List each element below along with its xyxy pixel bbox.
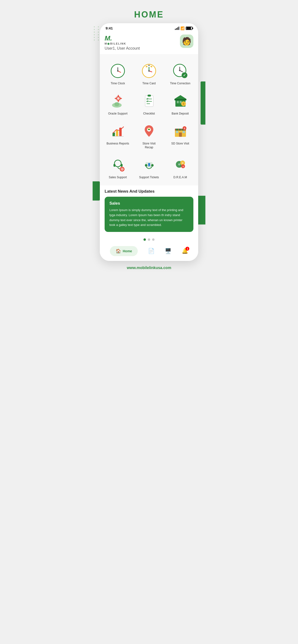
svg-rect-43 — [175, 129, 176, 130]
dot-3[interactable] — [152, 238, 155, 241]
svg-point-7 — [148, 70, 150, 72]
grid-item-time-correction[interactable]: ✓ Time Correction — [165, 59, 196, 89]
grid-item-sales-support[interactable]: ⚙ Sales Support — [102, 153, 133, 183]
dot-decoration — [98, 40, 99, 40]
page-title: HOME — [93, 5, 205, 23]
news-card-text: Lorem Ipsum is simply dummy text of the … — [109, 208, 189, 228]
sales-support-label: Sales Support — [109, 176, 127, 180]
dot-2[interactable] — [148, 238, 150, 241]
svg-rect-54 — [121, 164, 123, 167]
nav-documents[interactable]: 📄 — [148, 248, 155, 254]
dot-decoration — [98, 29, 99, 30]
bottom-nav: 🏠 Home 📄 🖥️ 🔔 1 — [100, 244, 198, 261]
green-bar-right — [201, 82, 205, 124]
user-bold: User1, — [105, 46, 116, 50]
nav-notifications[interactable]: 🔔 1 — [182, 248, 188, 254]
dream-label: D.R.E.A.M — [174, 176, 187, 180]
svg-point-64 — [152, 164, 154, 166]
dot-decoration — [98, 32, 99, 32]
svg-rect-49 — [183, 131, 185, 133]
svg-text:⚙: ⚙ — [182, 166, 184, 168]
svg-rect-32 — [180, 101, 182, 103]
dot-decoration — [98, 26, 99, 27]
dot-decoration — [98, 37, 99, 38]
grid-item-business-reports[interactable]: Business Reports — [102, 119, 133, 153]
avatar-icon: 🧑 — [182, 37, 192, 46]
svg-text:$: $ — [183, 102, 184, 105]
svg-text:$: $ — [184, 127, 185, 130]
grid-item-dream[interactable]: ⚙ ⚙ ⚙ D.R.E.A.M — [165, 153, 196, 183]
svg-rect-40 — [148, 128, 150, 129]
dot-decoration — [98, 34, 99, 35]
svg-text:⚙: ⚙ — [178, 163, 181, 166]
home-icon: 🏠 — [116, 248, 121, 254]
svg-rect-45 — [181, 129, 182, 130]
logo-brand: M◉BILELINK — [105, 42, 140, 45]
dot-decoration — [94, 40, 95, 40]
grid-item-store-visit-recap[interactable]: Store VisitRecap — [133, 119, 165, 153]
grid-item-sd-store-visit[interactable]: $ SD Store Visit — [165, 119, 196, 153]
svg-rect-18 — [114, 102, 119, 106]
battery-icon — [186, 26, 192, 30]
checklist-icon — [140, 93, 158, 110]
svg-point-3 — [117, 70, 118, 72]
checklist-label: Checklist — [143, 112, 155, 116]
notification-badge: 1 — [186, 247, 189, 250]
status-time: 9:41 — [106, 26, 113, 30]
store-visit-recap-icon — [140, 123, 158, 140]
svg-marker-28 — [175, 95, 186, 99]
store-visit-recap-label: Store VisitRecap — [142, 142, 156, 149]
user-name: User1, User Account — [105, 46, 140, 50]
nav-settings[interactable]: 🖥️ — [165, 248, 171, 254]
news-card[interactable]: Sales Lorem Ipsum is simply dummy text o… — [105, 197, 193, 232]
news-section: Latest News And Updates Sales Lorem Ipsu… — [100, 186, 198, 236]
svg-text:⚙: ⚙ — [121, 168, 123, 170]
oracle-support-icon — [109, 93, 126, 110]
svg-rect-34 — [116, 130, 118, 136]
svg-point-63 — [145, 164, 146, 166]
dot-decoration — [94, 32, 95, 32]
grid-item-checklist[interactable]: Checklist — [133, 89, 165, 119]
phone-frame: 9:41 📶 M. M◉BILELINK User1, — [100, 23, 198, 261]
svg-rect-53 — [113, 164, 115, 167]
wifi-icon: 📶 — [181, 26, 185, 30]
oracle-support-label: Oracle Support — [108, 112, 128, 116]
sd-store-visit-label: SD Store Visit — [171, 142, 189, 146]
bank-deposit-label: Bank Deposit — [172, 112, 189, 116]
grid-item-time-card[interactable]: Time Card — [133, 59, 165, 89]
grid-item-time-clock[interactable]: Time Clock — [102, 59, 133, 89]
news-card-title: Sales — [109, 201, 189, 206]
bell-icon: 🔔 1 — [182, 248, 188, 254]
signal-icon — [175, 26, 179, 30]
support-tickets-label: Support Tickets — [139, 176, 159, 180]
dot-decoration — [94, 37, 95, 38]
time-card-label: Time Card — [142, 82, 156, 86]
nav-home[interactable]: 🏠 Home — [110, 246, 138, 256]
home-label: Home — [123, 249, 132, 253]
dot-decoration — [94, 29, 95, 30]
svg-rect-10 — [148, 65, 150, 66]
svg-rect-48 — [176, 131, 178, 133]
avatar[interactable]: 🧑 — [180, 34, 193, 48]
dot-1[interactable] — [143, 238, 146, 241]
time-correction-icon: ✓ — [172, 62, 189, 79]
dot-decoration — [94, 26, 95, 27]
logo-letter: M. — [105, 34, 140, 42]
dots-indicator — [100, 236, 198, 244]
svg-rect-31 — [177, 101, 179, 103]
grid-item-support-tickets[interactable]: 👤 Support Tickets — [133, 153, 165, 183]
status-icons: 📶 — [175, 26, 192, 30]
status-bar: 9:41 📶 — [100, 23, 198, 32]
grid-item-bank-deposit[interactable]: $ Bank Deposit — [165, 89, 196, 119]
documents-icon: 📄 — [148, 248, 155, 254]
sales-support-icon: ⚙ — [109, 156, 126, 173]
sd-store-visit-icon: $ — [172, 123, 189, 140]
grid-item-oracle-support[interactable]: Oracle Support — [102, 89, 133, 119]
dream-icon: ⚙ ⚙ ⚙ — [172, 156, 189, 173]
time-clock-icon — [109, 62, 126, 79]
green-bar-left — [93, 181, 100, 200]
dot-decoration — [94, 34, 95, 35]
svg-rect-44 — [178, 129, 179, 130]
main-content: Time Clock — [100, 54, 198, 261]
menu-grid: Time Clock — [100, 56, 198, 186]
